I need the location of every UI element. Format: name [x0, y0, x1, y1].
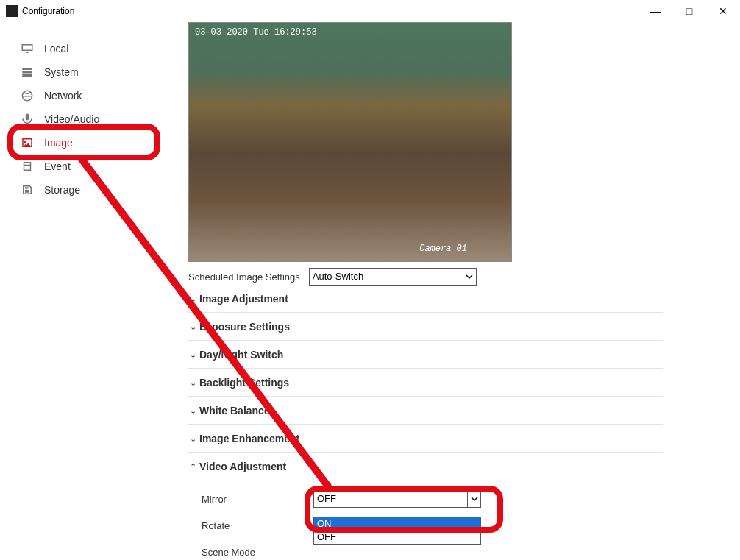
- sidebar-item-local[interactable]: Local: [0, 37, 157, 60]
- window-controls: — □ ✕: [638, 0, 740, 22]
- globe-icon: [21, 89, 34, 102]
- scheduled-label: Scheduled Image Settings: [188, 272, 300, 283]
- window-titlebar: Configuration — □ ✕: [0, 0, 740, 22]
- rotate-row: Rotate ON OFF: [188, 512, 663, 539]
- acc-day-night-switch[interactable]: ⌄ Day/Night Switch: [188, 341, 663, 369]
- acc-exposure-settings[interactable]: ⌄ Exposure Settings: [188, 313, 663, 341]
- video-adjustment-content: Mirror OFF Rotate ON OFF: [188, 480, 663, 560]
- maximize-button[interactable]: □: [672, 0, 706, 22]
- acc-title: White Balance: [199, 405, 270, 417]
- window-title: Configuration: [22, 6, 74, 16]
- chevron-down-icon: ⌄: [190, 378, 196, 388]
- sidebar-item-video-audio[interactable]: Video/Audio: [0, 107, 157, 131]
- image-icon: [21, 136, 34, 149]
- acc-video-adjustment[interactable]: ⌃ Video Adjustment: [188, 453, 663, 480]
- acc-backlight-settings[interactable]: ⌄ Backlight Settings: [188, 369, 663, 397]
- accordion: ⌄ Image Adjustment ⌄ Exposure Settings ⌄…: [188, 286, 663, 560]
- microphone-icon: [21, 113, 34, 126]
- sidebar-item-label: System: [44, 66, 79, 78]
- scheduled-select[interactable]: Auto-Switch: [309, 268, 477, 286]
- scene-mode-label: Scene Mode: [202, 547, 313, 558]
- scheduled-value[interactable]: Auto-Switch: [309, 268, 477, 286]
- sidebar-item-label: Storage: [44, 184, 80, 196]
- monitor-icon: [21, 42, 34, 55]
- chevron-down-icon: ⌄: [190, 434, 196, 444]
- chevron-down-icon: ⌄: [190, 294, 196, 304]
- sidebar-item-storage[interactable]: Storage: [0, 178, 157, 202]
- sidebar-item-image[interactable]: Image: [0, 131, 157, 155]
- chevron-down-icon: ⌄: [190, 350, 196, 360]
- sidebar-item-label: Video/Audio: [44, 113, 99, 125]
- acc-title: Exposure Settings: [199, 321, 290, 333]
- acc-title: Video Adjustment: [199, 461, 286, 472]
- system-icon: [21, 65, 34, 79]
- rotate-dropdown[interactable]: ON OFF: [313, 517, 481, 545]
- acc-title: Image Adjustment: [199, 293, 288, 305]
- sidebar-item-label: Event: [44, 160, 71, 172]
- app-icon: [6, 5, 18, 17]
- mirror-row: Mirror OFF: [188, 486, 663, 512]
- acc-title: Day/Night Switch: [199, 349, 283, 361]
- sidebar-item-event[interactable]: Event: [0, 155, 157, 178]
- mirror-value[interactable]: OFF: [313, 490, 481, 508]
- rotate-option-on[interactable]: ON: [314, 517, 480, 531]
- sidebar-item-network[interactable]: Network: [0, 84, 157, 107]
- chevron-down-icon: ⌄: [190, 322, 196, 332]
- close-button[interactable]: ✕: [706, 0, 740, 22]
- titlebar-left: Configuration: [6, 5, 74, 17]
- preview-camera-label: Camera 01: [419, 244, 467, 254]
- mirror-label: Mirror: [202, 494, 313, 505]
- rotate-select[interactable]: ON OFF: [313, 517, 481, 534]
- preview-timestamp: 03-03-2020 Tue 16:29:53: [195, 27, 317, 38]
- acc-image-enhancement[interactable]: ⌄ Image Enhancement: [188, 425, 663, 453]
- acc-title: Backlight Settings: [199, 377, 289, 389]
- sidebar-item-label: Network: [44, 90, 82, 102]
- sidebar: Local System Network Video/Audio Image E…: [0, 22, 157, 560]
- calendar-icon: [21, 160, 34, 173]
- main: Local System Network Video/Audio Image E…: [0, 22, 740, 560]
- chevron-down-icon: ⌄: [190, 406, 196, 416]
- sidebar-item-label: Image: [44, 137, 73, 149]
- content: 03-03-2020 Tue 16:29:53 Camera 01 Schedu…: [157, 22, 740, 560]
- rotate-option-off[interactable]: OFF: [314, 531, 480, 544]
- acc-image-adjustment[interactable]: ⌄ Image Adjustment: [188, 286, 663, 313]
- camera-preview: 03-03-2020 Tue 16:29:53 Camera 01: [188, 22, 512, 262]
- acc-title: Image Enhancement: [199, 433, 299, 444]
- acc-white-balance[interactable]: ⌄ White Balance: [188, 397, 663, 425]
- scheduled-row: Scheduled Image Settings Auto-Switch: [188, 268, 740, 286]
- sidebar-item-label: Local: [44, 43, 68, 54]
- rotate-label: Rotate: [202, 520, 313, 531]
- mirror-select[interactable]: OFF: [313, 490, 481, 508]
- sidebar-item-system[interactable]: System: [0, 60, 157, 84]
- minimize-button[interactable]: —: [638, 0, 672, 22]
- save-icon: [21, 183, 34, 196]
- chevron-up-icon: ⌃: [190, 462, 196, 472]
